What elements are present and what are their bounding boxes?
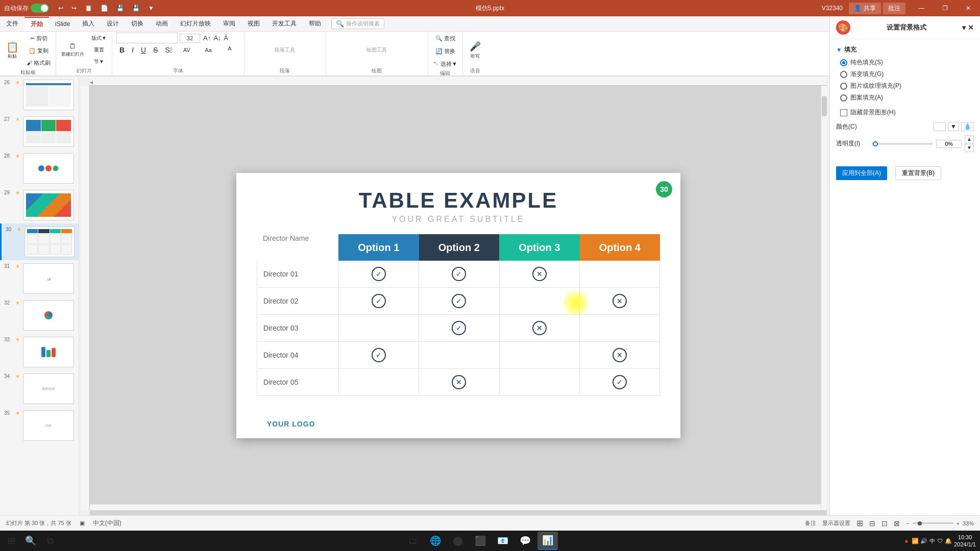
- transparency-down-btn[interactable]: ▼: [965, 144, 974, 152]
- tab-home[interactable]: 开始: [24, 17, 49, 31]
- apply-all-btn[interactable]: 应用到全部(A): [836, 166, 887, 180]
- transparency-up-btn[interactable]: ▲: [965, 135, 974, 143]
- panel-close-btn[interactable]: ✕: [968, 23, 974, 32]
- undo-btn[interactable]: ↩: [55, 4, 66, 13]
- fill-section-title[interactable]: ▼ 填充: [836, 45, 974, 54]
- vscrollbar[interactable]: [821, 86, 827, 510]
- fill-hide-option[interactable]: 隐藏背景图形(H): [840, 108, 974, 117]
- view-reader-btn[interactable]: ⊠: [894, 519, 900, 528]
- tab-design[interactable]: 设计: [101, 17, 125, 30]
- fill-solid-option[interactable]: 纯色填充(S): [840, 58, 974, 67]
- slide-thumb-30[interactable]: 30 ★: [0, 223, 79, 260]
- strikethrough-btn[interactable]: S: [150, 45, 161, 55]
- char-spacing-btn[interactable]: AV: [177, 46, 197, 54]
- section-btn[interactable]: 节▼: [88, 56, 110, 67]
- fill-gradient-radio[interactable]: [840, 71, 847, 78]
- italic-btn[interactable]: I: [129, 45, 137, 55]
- save-local-btn[interactable]: 📋: [82, 4, 95, 13]
- new-slide-btn[interactable]: 🗒 新建幻灯片: [58, 40, 87, 60]
- tab-file[interactable]: 文件: [0, 17, 24, 30]
- redo-btn[interactable]: ↪: [68, 4, 80, 13]
- tab-insert[interactable]: 插入: [76, 17, 101, 30]
- reset-btn[interactable]: 重置: [88, 44, 110, 56]
- taskbar-edge[interactable]: 🌐: [425, 532, 446, 550]
- taskbar-ime-icon[interactable]: 中: [929, 537, 935, 545]
- tab-slideshow[interactable]: 幻灯片放映: [174, 17, 217, 30]
- taskbar-powerpoint[interactable]: 📊: [537, 532, 558, 550]
- search-box[interactable]: 🔍 操作说明搜索: [331, 18, 384, 29]
- copy-btn[interactable]: 📋 复制: [23, 45, 54, 57]
- view-outline-btn[interactable]: ⊟: [869, 519, 875, 528]
- backup-btn[interactable]: 备注: [805, 519, 816, 527]
- taskbar-terminal[interactable]: ⬛: [470, 532, 491, 550]
- view-normal-icon[interactable]: ▣: [80, 520, 85, 527]
- tab-transitions[interactable]: 切换: [125, 17, 150, 30]
- hscrollbar[interactable]: [90, 504, 821, 510]
- view-slide-btn[interactable]: ⊡: [881, 519, 888, 528]
- case-btn[interactable]: Aa: [198, 46, 218, 54]
- search-taskbar-btn[interactable]: 🔍: [21, 532, 40, 550]
- task-view-btn[interactable]: ⧉: [41, 532, 59, 550]
- font-increase-btn[interactable]: A↑: [202, 33, 212, 43]
- comment-btn[interactable]: 批注: [883, 3, 905, 14]
- tab-islide[interactable]: iSlide: [49, 18, 76, 30]
- font-color-btn[interactable]: A: [219, 44, 240, 56]
- slide-thumb-31[interactable]: 31 ★ 📊: [0, 260, 79, 297]
- color-eyedropper-btn[interactable]: 💧: [961, 122, 974, 131]
- taskbar-explorer[interactable]: 🗂: [403, 532, 423, 550]
- layout-btn[interactable]: 版式▼: [88, 33, 110, 44]
- zoom-track[interactable]: [913, 522, 953, 524]
- more-btn[interactable]: ▼: [145, 4, 157, 13]
- clear-format-btn[interactable]: Ā: [223, 33, 229, 43]
- reset-bg-btn[interactable]: 重置背景(B): [895, 166, 941, 180]
- tab-animations[interactable]: 动画: [150, 17, 174, 30]
- share-btn[interactable]: 👤共享: [849, 3, 881, 14]
- tab-developer[interactable]: 开发工具: [266, 17, 303, 30]
- taskbar-time[interactable]: 10:30 2024/1/1: [954, 534, 976, 548]
- slide-thumb-26[interactable]: 26 ★: [0, 77, 79, 113]
- slide-thumb-28[interactable]: 28 ★: [0, 150, 79, 187]
- font-decrease-btn[interactable]: A↓: [212, 33, 222, 43]
- close-btn[interactable]: ✕: [957, 0, 980, 16]
- tab-help[interactable]: 帮助: [303, 17, 327, 30]
- underline-btn[interactable]: U: [138, 45, 149, 55]
- tab-view[interactable]: 视图: [241, 17, 266, 30]
- restore-btn[interactable]: ❐: [933, 0, 957, 16]
- taskbar-chrome[interactable]: ⬤: [448, 532, 468, 550]
- taskbar-teams[interactable]: 💬: [515, 532, 535, 550]
- zoom-thumb[interactable]: [918, 521, 922, 525]
- dictate-btn[interactable]: 🎤 听写: [465, 39, 485, 62]
- font-name-selector[interactable]: [116, 33, 178, 43]
- slide-canvas[interactable]: TABLE EXAMPLE YOUR GREAT SUBTITLE 30 Dir…: [236, 173, 680, 438]
- find-btn[interactable]: 🔍 查找: [430, 33, 460, 44]
- vscroll-thumb[interactable]: [822, 96, 827, 116]
- fill-pattern-option[interactable]: 图案填充(A): [840, 93, 974, 102]
- paste-btn[interactable]: 📋 粘贴: [2, 40, 22, 62]
- select-btn[interactable]: ↖ 选择▼: [430, 58, 460, 70]
- autosave-toggle[interactable]: [31, 4, 49, 13]
- fill-picture-option[interactable]: 图片或纹理填充(P): [840, 82, 974, 90]
- tab-review[interactable]: 审阅: [217, 17, 241, 30]
- fill-gradient-option[interactable]: 渐变填充(G): [840, 70, 974, 79]
- bold-btn[interactable]: B: [116, 45, 128, 55]
- transparency-thumb[interactable]: [873, 141, 878, 146]
- fill-picture-radio[interactable]: [840, 83, 847, 90]
- start-button[interactable]: ⊞: [2, 532, 20, 550]
- slide-thumb-35[interactable]: 35 ★ 内容: [0, 407, 79, 444]
- taskbar-notification-icon[interactable]: 🔔: [945, 538, 952, 544]
- taskbar-outlook[interactable]: 📧: [493, 532, 513, 550]
- font-size-selector[interactable]: 32: [180, 34, 200, 43]
- slide-thumb-27[interactable]: 27 ★: [0, 113, 79, 150]
- minimize-btn[interactable]: —: [910, 0, 933, 16]
- view-normal-btn[interactable]: ⊞: [856, 518, 863, 528]
- replace-btn[interactable]: 🔄 替换: [430, 45, 460, 57]
- save-pdf-btn[interactable]: 📄: [97, 4, 111, 13]
- panel-collapse-btn[interactable]: ▾: [962, 23, 966, 32]
- shadow-btn[interactable]: S⃞: [162, 45, 175, 55]
- save-cloud-btn[interactable]: 💾: [113, 4, 127, 13]
- format-painter-btn[interactable]: 🖌 格式刷: [23, 57, 54, 69]
- zoom-minus-icon[interactable]: −: [906, 520, 909, 527]
- transparency-input[interactable]: [936, 140, 962, 148]
- fill-solid-radio[interactable]: [840, 59, 847, 66]
- slide-thumb-29[interactable]: 29 ★: [0, 187, 79, 223]
